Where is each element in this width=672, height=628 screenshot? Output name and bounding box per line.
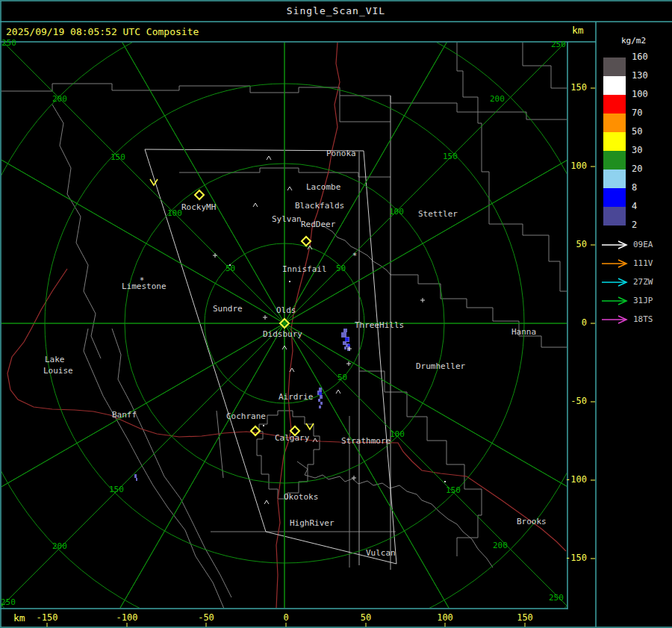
echo-cell xyxy=(344,346,346,349)
range-ring-label: 150 xyxy=(111,153,125,162)
legend-color-block xyxy=(603,114,626,132)
city-label: Banff xyxy=(112,411,137,420)
bottom-axis-tick-label: 0 xyxy=(283,613,288,623)
obs-marker-icon xyxy=(263,425,264,426)
legend-value-label: 20 xyxy=(632,164,642,174)
legend-color-block xyxy=(603,57,626,76)
range-ring-label: 100 xyxy=(167,209,182,218)
city-label: Olds xyxy=(276,306,296,315)
frame-lines xyxy=(0,1,672,627)
legend-color-block xyxy=(603,151,626,170)
echo-cell xyxy=(343,329,347,332)
county-boundaries xyxy=(0,43,567,609)
city-label: Brooks xyxy=(517,517,547,526)
bottom-axis-tick-label: 100 xyxy=(437,613,453,623)
bottom-axis-tick-label: 150 xyxy=(517,613,533,623)
obs-marker-icon xyxy=(267,156,271,160)
legend-color-block xyxy=(603,207,626,226)
city-label: Lacombe xyxy=(306,183,340,192)
range-ring-label: 100 xyxy=(390,430,405,439)
city-label: Airdrie xyxy=(279,393,313,402)
right-axis-tick-label: 0 xyxy=(561,318,587,328)
city-label: Strathmore xyxy=(341,437,391,446)
city-label: HighRiver xyxy=(290,519,335,528)
radar-arrow-label: 09EA xyxy=(633,240,653,249)
legend-value-label: 130 xyxy=(632,71,648,81)
bottom-axis-unit-label: km xyxy=(13,612,25,624)
radar-arrow-label: 27ZW xyxy=(633,278,653,287)
right-axis-unit-label: km xyxy=(572,25,584,36)
range-ring-label: 150 xyxy=(443,152,458,161)
range-ring-label: 200 xyxy=(493,541,508,550)
range-ring-label: 200 xyxy=(52,542,67,551)
city-label: Drumheller xyxy=(416,362,465,371)
city-label: Ponoka xyxy=(326,149,356,158)
obs-marker-icon xyxy=(444,481,446,482)
range-ring-label: 150 xyxy=(109,485,124,494)
radar-arrow-label: 111V xyxy=(633,259,653,268)
city-label: RedDeer xyxy=(301,220,335,229)
range-ring-label: 200 xyxy=(52,95,67,104)
city-label: Didsbury xyxy=(263,330,302,339)
range-ring-label: 50 xyxy=(225,264,235,273)
right-axis-tick-label: 150 xyxy=(561,83,587,93)
obs-marker-icon xyxy=(253,203,258,207)
radar-site-icon xyxy=(195,190,204,199)
city-label: ThreeHills xyxy=(355,321,404,330)
radar-site-icon xyxy=(302,237,311,246)
city-label: Limestone xyxy=(122,282,167,291)
radar-site-icon xyxy=(251,426,260,435)
city-label: Okotoks xyxy=(284,493,318,502)
obs-marker-icon xyxy=(287,187,292,190)
timestamp-label: 2025/09/19 08:05:52 UTC Composite xyxy=(6,23,199,41)
bottom-axis-tick-label: -100 xyxy=(116,613,138,623)
echo-cell xyxy=(134,474,137,478)
echo-cell xyxy=(319,392,322,395)
right-axis-tick-label: -50 xyxy=(561,397,587,406)
legend-color-block xyxy=(603,188,626,207)
radar-arrow-label: 31JP xyxy=(633,296,653,305)
right-axis-tick-label: 50 xyxy=(561,240,587,249)
echo-cell xyxy=(319,405,321,408)
city-label: Louise xyxy=(43,367,73,376)
city-label: Calgary xyxy=(275,434,309,443)
echo-cell xyxy=(320,395,323,399)
bottom-axis-tick-label: -50 xyxy=(198,613,214,623)
obs-marker-icon xyxy=(264,500,269,504)
obs-marker-icon: * xyxy=(352,251,358,261)
range-ring-label: 100 xyxy=(389,208,404,217)
storm-vector-icon xyxy=(150,179,158,185)
range-ring-label: 150 xyxy=(446,486,461,495)
obs-marker-icon xyxy=(263,315,267,320)
range-ring-label: 250 xyxy=(1,39,16,48)
obs-marker-icon xyxy=(213,253,217,258)
right-axis-tick-label: -150 xyxy=(561,553,587,563)
bottom-axis-tick-label: 50 xyxy=(361,613,371,623)
radar-arrow-icons xyxy=(602,241,626,323)
range-ring-label: 250 xyxy=(551,40,566,49)
city-label: Blackfalds xyxy=(295,202,344,211)
colorbar-unit-label: kg/m2 xyxy=(621,36,646,46)
range-rings xyxy=(0,0,672,628)
city-label: Lake xyxy=(45,355,65,364)
legend-value-label: 50 xyxy=(632,127,642,137)
obs-marker-icon xyxy=(420,298,425,302)
range-ring-label: 50 xyxy=(337,373,347,382)
echo-cell xyxy=(320,402,323,405)
legend-value-label: 30 xyxy=(632,146,642,155)
range-ring-label: 50 xyxy=(336,264,346,273)
city-label: Sundre xyxy=(213,305,243,314)
obs-marker-icon xyxy=(352,476,356,480)
bottom-axis-tick-label: -150 xyxy=(37,613,58,623)
radar-map-canvas[interactable]: ** xyxy=(0,0,672,628)
window-title-bar[interactable]: Single_Scan_VIL xyxy=(0,0,672,21)
obs-marker-icon xyxy=(346,361,351,366)
city-label: Stettler xyxy=(418,210,458,219)
city-label: RockyMH xyxy=(181,203,216,212)
city-label: Vulcan xyxy=(366,549,396,558)
echo-cell xyxy=(341,332,346,338)
right-axis-tick-label: 100 xyxy=(561,161,587,171)
echo-cell xyxy=(319,388,322,391)
legend-value-label: 70 xyxy=(632,108,642,118)
legend-value-label: 2 xyxy=(632,220,637,230)
